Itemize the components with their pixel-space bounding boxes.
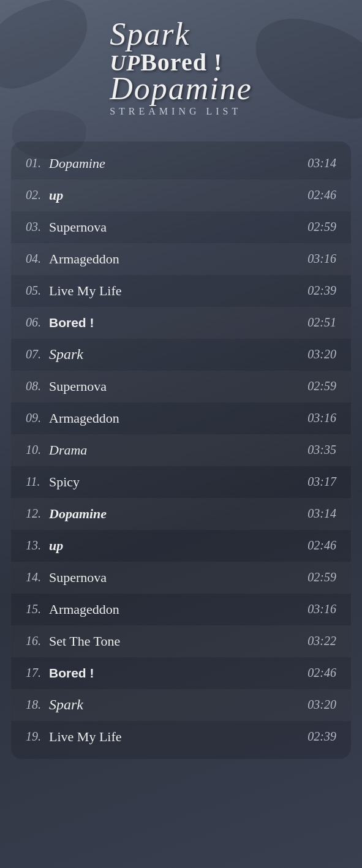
track-number: 02.: [26, 188, 49, 202]
track-number: 12.: [26, 507, 49, 521]
track-row[interactable]: 16.Set The Tone03:22: [11, 625, 351, 657]
track-row[interactable]: 18.Spark03:20: [11, 689, 351, 721]
track-row[interactable]: 17.Bored !02:46: [11, 657, 351, 689]
track-duration: 03:16: [300, 602, 336, 616]
track-name: Bored !: [49, 315, 94, 330]
title-spark: Spark: [110, 18, 252, 50]
track-name: Dopamine: [49, 506, 107, 522]
track-name: Live My Life: [49, 729, 122, 745]
track-duration: 02:46: [300, 666, 336, 680]
track-number: 01.: [26, 156, 49, 170]
track-name: Spark: [49, 346, 83, 363]
track-name: Bored !: [49, 666, 94, 681]
track-name: Set The Tone: [49, 633, 120, 649]
track-name: up: [49, 538, 63, 554]
track-duration: 03:35: [300, 443, 336, 457]
track-name: Armageddon: [49, 410, 119, 426]
track-duration: 02:46: [300, 538, 336, 553]
track-number: 10.: [26, 443, 49, 457]
track-number: 13.: [26, 538, 49, 553]
track-name: Spicy: [49, 474, 80, 490]
track-row[interactable]: 05.Live My Life02:39: [11, 275, 351, 307]
track-row[interactable]: 08.Supernova02:59: [11, 371, 351, 402]
track-duration: 02:51: [300, 315, 336, 330]
track-number: 17.: [26, 666, 49, 680]
track-number: 05.: [26, 284, 49, 298]
title-dopamine: Dopamine: [110, 75, 252, 104]
track-row[interactable]: 04.Armageddon03:16: [11, 243, 351, 275]
track-name: Armageddon: [49, 602, 119, 617]
track-duration: 02:59: [300, 220, 336, 234]
track-row[interactable]: 10.Drama03:35: [11, 434, 351, 466]
track-duration: 03:16: [300, 411, 336, 425]
track-number: 08.: [26, 379, 49, 393]
track-row[interactable]: 01.Dopamine03:14: [11, 148, 351, 179]
track-name: Armageddon: [49, 251, 119, 267]
track-number: 04.: [26, 252, 49, 266]
track-number: 06.: [26, 315, 49, 330]
track-duration: 02:39: [300, 730, 336, 744]
track-name: Drama: [49, 442, 87, 458]
track-number: 14.: [26, 570, 49, 584]
track-row[interactable]: 12.Dopamine03:14: [11, 498, 351, 530]
track-row[interactable]: 11.Spicy03:17: [11, 466, 351, 498]
track-number: 11.: [26, 475, 49, 489]
track-number: 09.: [26, 411, 49, 425]
track-duration: 03:17: [300, 475, 336, 489]
track-duration: 03:14: [300, 507, 336, 521]
track-duration: 02:59: [300, 570, 336, 584]
track-duration: 02:46: [300, 188, 336, 202]
track-duration: 03:22: [300, 634, 336, 648]
track-number: 03.: [26, 220, 49, 234]
track-duration: 03:20: [300, 698, 336, 712]
track-row[interactable]: 02.up02:46: [11, 179, 351, 211]
track-number: 15.: [26, 602, 49, 616]
title-block: Spark UPBored ! Dopamine Streaming List: [110, 18, 252, 117]
track-row[interactable]: 19.Live My Life02:39: [11, 721, 351, 753]
page-header: Spark UPBored ! Dopamine Streaming List: [0, 0, 362, 129]
track-number: 16.: [26, 634, 49, 648]
title-streaming: Streaming List: [110, 106, 252, 117]
track-row[interactable]: 06.Bored !02:51: [11, 307, 351, 339]
track-duration: 03:14: [300, 156, 336, 170]
track-name: Supernova: [49, 219, 107, 235]
track-row[interactable]: 09.Armageddon03:16: [11, 402, 351, 434]
track-row[interactable]: 13.up02:46: [11, 530, 351, 562]
track-duration: 03:20: [300, 347, 336, 361]
track-duration: 03:16: [300, 252, 336, 266]
track-row[interactable]: 14.Supernova02:59: [11, 562, 351, 594]
track-name: Spark: [49, 696, 83, 713]
track-number: 07.: [26, 347, 49, 361]
track-name: Dopamine: [49, 156, 105, 172]
track-name: Supernova: [49, 570, 107, 586]
track-duration: 02:59: [300, 379, 336, 393]
track-row[interactable]: 03.Supernova02:59: [11, 211, 351, 243]
track-row[interactable]: 07.Spark03:20: [11, 339, 351, 371]
track-name: Supernova: [49, 379, 107, 394]
track-number: 18.: [26, 698, 49, 712]
track-list: 01.Dopamine03:1402.up02:4603.Supernova02…: [11, 142, 351, 759]
track-name: up: [49, 187, 63, 203]
track-duration: 02:39: [300, 284, 336, 298]
track-name: Live My Life: [49, 283, 122, 299]
track-number: 19.: [26, 730, 49, 744]
track-row[interactable]: 15.Armageddon03:16: [11, 594, 351, 625]
